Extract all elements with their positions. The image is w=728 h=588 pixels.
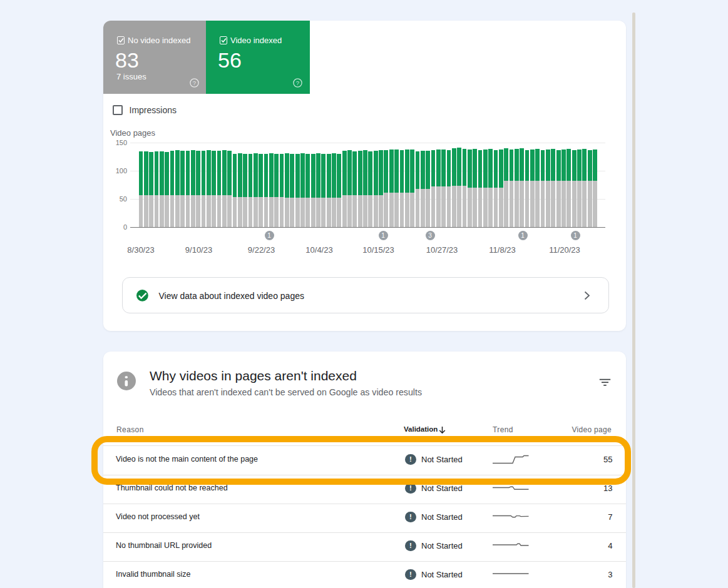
- svg-text:?: ?: [295, 79, 299, 86]
- svg-text:?: ?: [192, 79, 195, 86]
